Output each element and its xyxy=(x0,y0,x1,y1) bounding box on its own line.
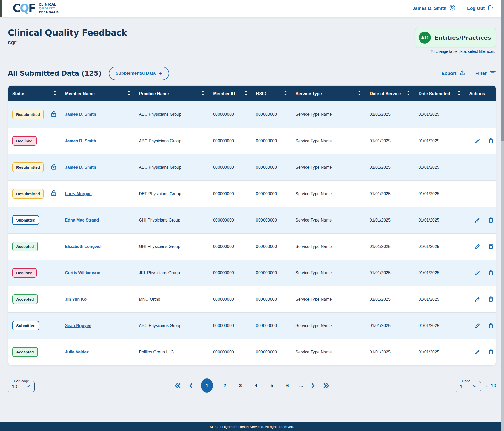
page-select[interactable]: Page 1 xyxy=(456,379,481,392)
logout-button[interactable]: Log Out xyxy=(467,5,494,12)
supplemental-data-label: Supplemental Data xyxy=(116,71,156,76)
sort-icon[interactable] xyxy=(284,90,287,97)
table-row: SubmittedSean NguyenABC Physicians Group… xyxy=(8,312,496,339)
delete-button[interactable] xyxy=(488,138,494,144)
cell-service-type: Service Type Name xyxy=(291,180,365,207)
cell-status: Resubmitted xyxy=(8,154,61,180)
cell-date-submitted: 01/01/2025 xyxy=(414,180,465,207)
page-6-button[interactable]: 6 xyxy=(283,378,291,393)
sort-icon[interactable] xyxy=(407,90,410,97)
page-title: Clinical Quality Feedback xyxy=(8,28,127,38)
cell-actions xyxy=(465,180,496,207)
column-header-service-type[interactable]: Service Type xyxy=(291,86,365,101)
member-name-link[interactable]: Larry Morgan xyxy=(65,191,92,196)
cell-date-of-service: 01/01/2025 xyxy=(365,339,414,365)
page-5-button[interactable]: 5 xyxy=(268,378,276,393)
main-content: Clinical Quality Feedback CQF 3/14 Entit… xyxy=(0,28,504,397)
user-menu[interactable]: James D. Smith xyxy=(413,4,456,12)
page-2-button[interactable]: 2 xyxy=(221,378,228,393)
sort-icon[interactable] xyxy=(244,90,248,97)
cell-date-of-service: 01/01/2025 xyxy=(365,180,414,207)
column-header-member-id[interactable]: Member ID xyxy=(209,86,252,101)
cell-service-type: Service Type Name xyxy=(291,207,365,233)
entities-practices-card[interactable]: 3/14 Entities/Practices xyxy=(415,28,496,47)
sort-icon[interactable] xyxy=(457,90,461,97)
column-label: Status xyxy=(12,91,25,96)
per-page-value: 10 xyxy=(12,384,17,389)
column-header-practice-name[interactable]: Practice Name xyxy=(135,86,209,101)
delete-button[interactable] xyxy=(488,217,494,223)
member-name-link[interactable]: Curtis Williamson xyxy=(65,271,100,275)
column-header-date-submitted[interactable]: Date Submitted xyxy=(414,86,465,101)
per-page-select[interactable]: Per Page 10 xyxy=(8,379,35,392)
cell-date-of-service: 01/01/2025 xyxy=(365,286,414,312)
trash-icon xyxy=(488,138,494,144)
member-name-link[interactable]: James D. Smith xyxy=(65,139,96,143)
status-badge: Resubmitted xyxy=(12,110,44,119)
entities-count-badge: 3/14 xyxy=(419,32,431,44)
cell-bsid: 000000000 xyxy=(252,207,291,233)
edit-button[interactable] xyxy=(474,270,480,276)
previous-page-button[interactable] xyxy=(189,382,193,389)
member-name-link[interactable]: Jin Yun Ko xyxy=(65,297,87,301)
first-page-button[interactable] xyxy=(174,382,181,389)
cell-practice-name: ABC Physicians Group xyxy=(135,128,209,154)
member-name-link[interactable]: James D. Smith xyxy=(65,165,96,170)
page-1-button[interactable]: 1 xyxy=(201,378,213,393)
edit-button[interactable] xyxy=(474,349,480,355)
column-header-actions: Actions xyxy=(465,86,496,101)
status-badge: Resubmitted xyxy=(12,162,44,172)
cell-member-name: Sean Nguyen xyxy=(61,312,135,339)
column-header-member-name[interactable]: Member Name xyxy=(61,86,135,101)
delete-button[interactable] xyxy=(488,349,494,355)
cell-service-type: Service Type Name xyxy=(291,260,365,286)
sort-icon[interactable] xyxy=(127,90,130,97)
cell-bsid: 000000000 xyxy=(252,180,291,207)
sort-icon[interactable] xyxy=(201,90,204,97)
screen-left-edge xyxy=(0,0,2,17)
column-header-bsid[interactable]: BSID xyxy=(252,86,291,101)
page-3-button[interactable]: 3 xyxy=(236,378,244,393)
member-name-link[interactable]: Sean Nguyen xyxy=(65,323,91,328)
cell-member-id: 000000000 xyxy=(209,180,252,207)
delete-button[interactable] xyxy=(488,270,494,276)
edit-button[interactable] xyxy=(474,217,480,223)
cell-date-of-service: 01/01/2025 xyxy=(365,233,414,260)
column-header-date-of-service[interactable]: Date of Service xyxy=(365,86,414,101)
scrollbar[interactable] xyxy=(501,0,504,431)
cell-actions xyxy=(465,128,496,154)
edit-button[interactable] xyxy=(474,243,480,250)
entities-label: Entities/Practices xyxy=(434,34,491,41)
member-name-link[interactable]: James D. Smith xyxy=(65,112,96,117)
lock-icon xyxy=(50,110,57,119)
next-page-button[interactable] xyxy=(311,382,315,389)
scrollbar-thumb[interactable] xyxy=(501,0,504,141)
cell-member-name: Elizabeth Longwell xyxy=(61,233,135,260)
logout-icon xyxy=(487,5,494,12)
page-4-button[interactable]: 4 xyxy=(252,378,260,393)
export-button[interactable]: Export xyxy=(442,70,465,77)
edit-button[interactable] xyxy=(474,296,480,302)
cell-member-id: 000000000 xyxy=(209,233,252,260)
sort-icon[interactable] xyxy=(358,90,361,97)
delete-button[interactable] xyxy=(488,296,494,302)
status-badge: Declined xyxy=(12,268,37,278)
member-name-link[interactable]: Edna Mae Strand xyxy=(65,218,99,222)
lock-icon xyxy=(50,163,57,171)
supplemental-data-button[interactable]: Supplemental Data + xyxy=(109,67,169,80)
filter-label: Filter xyxy=(475,71,487,76)
column-header-status[interactable]: Status xyxy=(8,86,61,101)
export-icon xyxy=(459,70,465,77)
cell-date-of-service: 01/01/2025 xyxy=(365,101,414,128)
delete-button[interactable] xyxy=(488,323,494,329)
filter-icon xyxy=(490,69,496,77)
filter-button[interactable]: Filter xyxy=(475,69,496,77)
sort-icon[interactable] xyxy=(53,90,56,97)
edit-button[interactable] xyxy=(474,138,480,144)
last-page-button[interactable] xyxy=(323,382,330,389)
delete-button[interactable] xyxy=(488,243,494,250)
logo-wordmark: CLINICAL QUALITY FEEDBACK xyxy=(39,3,59,14)
member-name-link[interactable]: Elizabeth Longwell xyxy=(65,244,103,249)
member-name-link[interactable]: Julia Valdez xyxy=(65,350,89,354)
edit-button[interactable] xyxy=(474,323,480,329)
